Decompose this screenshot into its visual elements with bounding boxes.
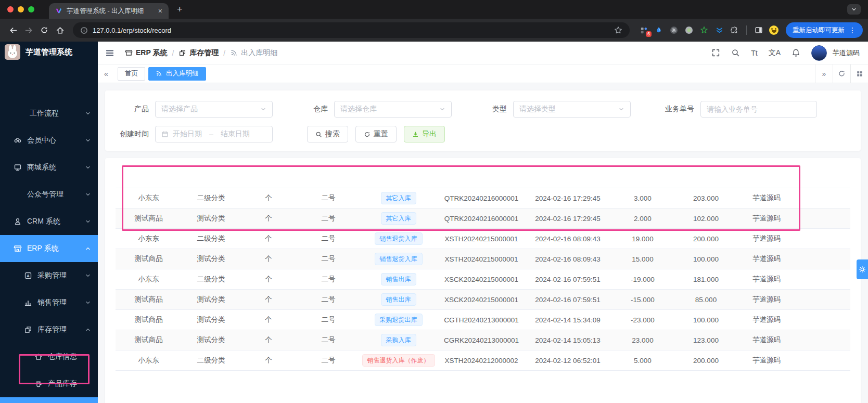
cell-operator: 芋道源码: [736, 335, 797, 345]
sidebar-item-workflow[interactable]: 工作流程: [0, 100, 98, 127]
theme-settings-button[interactable]: [857, 259, 868, 279]
screen: 芋道管理系统 - 出入库明细 × + 127.0.0.1/erp/stock/r…: [0, 0, 868, 403]
tab-search-chevron-icon[interactable]: [847, 4, 861, 15]
site-info-icon[interactable]: [80, 27, 88, 34]
date-end-placeholder: 结束日期: [221, 129, 250, 139]
window-controls[interactable]: [0, 6, 42, 12]
warehouse-select[interactable]: 请选择仓库: [334, 101, 452, 118]
lens-extension-icon[interactable]: [684, 25, 694, 35]
type-tag: 销售退货入库（作废）: [362, 354, 435, 367]
app-logo[interactable]: 芋道管理系统: [0, 42, 98, 62]
browser-update-button[interactable]: 重新启动即可更新 ⋮: [786, 22, 863, 38]
export-button[interactable]: 导出: [404, 126, 445, 142]
tab-home[interactable]: 首页: [118, 67, 145, 81]
side-panel-icon[interactable]: [754, 25, 763, 35]
url-bar[interactable]: 127.0.0.1/erp/stock/record: [73, 22, 630, 38]
sidebar-item-mall-system[interactable]: 商城系统: [0, 154, 98, 181]
app-title: 芋道管理系统: [25, 47, 72, 57]
back-icon[interactable]: [5, 22, 21, 38]
cell-product-name: 测试商品: [116, 315, 182, 324]
table-row[interactable]: 小东东 二级分类 个 二号 其它入库 QTRK20240216000001 20…: [116, 188, 850, 209]
tab-stock-record[interactable]: 出入库明细: [148, 67, 206, 81]
fold-tabs-icon[interactable]: «: [98, 69, 114, 78]
cell-record-no: XSCK20240215000001: [437, 276, 526, 283]
product-select[interactable]: 请选择产品: [155, 101, 273, 118]
table-row[interactable]: 小东东 二级分类 个 二号 销售出库 XSCK20240215000001 20…: [116, 269, 850, 290]
type-select[interactable]: 请选择类型: [513, 101, 631, 118]
reset-button[interactable]: 重置: [355, 126, 397, 142]
table-row[interactable]: 测试商品 测试分类 个 二号 采购入库 CGRK20240213000001 2…: [116, 330, 850, 350]
cell-type: 其它入库: [360, 192, 437, 204]
layout-grid-icon[interactable]: [850, 64, 868, 83]
stock-record-table: 小东东 二级分类 个 二号 其它入库 QTRK20240216000001 20…: [105, 158, 861, 403]
search-icon[interactable]: [731, 48, 740, 57]
sidebar-item-crm-system[interactable]: CRM 系统: [0, 208, 98, 235]
minimize-window-button[interactable]: [18, 6, 24, 12]
cell-operator: 芋道源码: [736, 315, 797, 324]
collapse-menu-icon[interactable]: [105, 48, 114, 58]
cell-type: 其它入库: [360, 212, 437, 225]
user-name[interactable]: 芋道源码: [833, 48, 860, 58]
cell-product-category: 测试分类: [182, 315, 240, 324]
home-icon[interactable]: [52, 22, 68, 38]
sidebar-item-member-center[interactable]: 会员中心: [0, 127, 98, 154]
search-button[interactable]: 搜索: [307, 126, 348, 142]
bookmark-star-icon[interactable]: [614, 26, 622, 34]
chevron-down-icon: [85, 110, 91, 116]
close-window-button[interactable]: [7, 6, 14, 12]
font-size-icon[interactable]: Tt: [751, 49, 757, 57]
drop-extension-icon[interactable]: [654, 25, 663, 35]
close-tab-icon[interactable]: ×: [158, 7, 162, 15]
breadcrumb-item-erp[interactable]: ERP 系统: [125, 48, 167, 58]
date-range-picker[interactable]: 开始日期 – 结束日期: [155, 126, 273, 142]
double-chevron-extension-icon[interactable]: [714, 25, 724, 35]
breadcrumb-separator: /: [223, 49, 225, 57]
cell-type: 销售退货入库: [360, 232, 437, 245]
dark-circle-extension-icon[interactable]: [669, 25, 679, 35]
extensions-puzzle-icon[interactable]: [730, 25, 739, 35]
cell-warehouse: 二号: [297, 335, 360, 345]
cell-stock: 100.000: [676, 316, 736, 324]
stock-squares-icon: [24, 326, 32, 334]
table-row[interactable]: 小东东 二级分类 个 二号 销售退货入库 XSTH20240215000001 …: [116, 229, 850, 249]
user-avatar[interactable]: [811, 45, 827, 61]
emoji-extension-icon[interactable]: [769, 25, 778, 35]
sidebar-item-stock-management[interactable]: 库存管理: [0, 316, 98, 343]
bizno-input[interactable]: [700, 101, 817, 118]
browser-menu-icon[interactable]: ⋮: [849, 26, 856, 34]
cell-type: 销售出库: [360, 273, 437, 285]
new-tab-button[interactable]: +: [177, 5, 183, 14]
sidebar-item-sales-management[interactable]: 销售管理: [0, 289, 98, 316]
type-select-placeholder: 请选择类型: [519, 105, 614, 114]
fullscreen-icon[interactable]: [711, 48, 720, 57]
house-icon: [34, 353, 43, 361]
bell-icon[interactable]: [792, 48, 800, 57]
cell-warehouse: 二号: [297, 356, 360, 365]
unfold-tabs-icon[interactable]: »: [815, 64, 833, 83]
forward-icon[interactable]: [21, 22, 36, 38]
refresh-page-icon[interactable]: [833, 64, 850, 83]
table-row[interactable]: 测试商品 测试分类 个 二号 销售退货入库 XSTH20240215000001…: [116, 249, 850, 269]
browser-tab[interactable]: 芋道管理系统 - 出入库明细 ×: [49, 3, 169, 19]
tab-manager-extension-icon[interactable]: 6: [639, 25, 648, 35]
reload-icon[interactable]: [36, 22, 52, 38]
sidebar-item-erp-system[interactable]: ERP 系统: [0, 235, 98, 262]
breadcrumb-item-stock[interactable]: 库存管理: [178, 48, 219, 58]
type-tag: 销售出库: [381, 273, 416, 285]
sidebar-item-stock-record[interactable]: 出入库明细: [0, 397, 98, 403]
cell-record-date: 2024-02-16 17:29:45: [526, 215, 609, 223]
extension-badge: 6: [646, 31, 652, 37]
sidebar-item-official-account[interactable]: 公众号管理: [0, 181, 98, 208]
table-row[interactable]: 测试商品 测试分类 个 二号 销售出库 XSCK20240215000001 2…: [116, 290, 850, 310]
cell-operator: 芋道源码: [736, 193, 797, 203]
table-row[interactable]: 测试商品 测试分类 个 二号 采购退货出库 CGTH20240213000001…: [116, 310, 850, 330]
table-row[interactable]: 小东东 二级分类 个 二号 销售退货入库（作废） XSTH20240212000…: [116, 350, 850, 371]
green-star-extension-icon[interactable]: [699, 25, 709, 35]
cell-product-unit: 个: [240, 234, 297, 243]
translate-icon[interactable]: 文A: [769, 48, 781, 58]
zoom-window-button[interactable]: [28, 6, 34, 12]
sidebar-item-purchase-management[interactable]: A 采购管理: [0, 262, 98, 289]
table-row[interactable]: 测试商品 测试分类 个 二号 其它入库 QTRK20240216000001 2…: [116, 209, 850, 229]
sidebar-item-product-stock[interactable]: 产品库存: [0, 370, 98, 397]
sidebar-item-warehouse-info[interactable]: 仓库信息: [0, 343, 98, 370]
